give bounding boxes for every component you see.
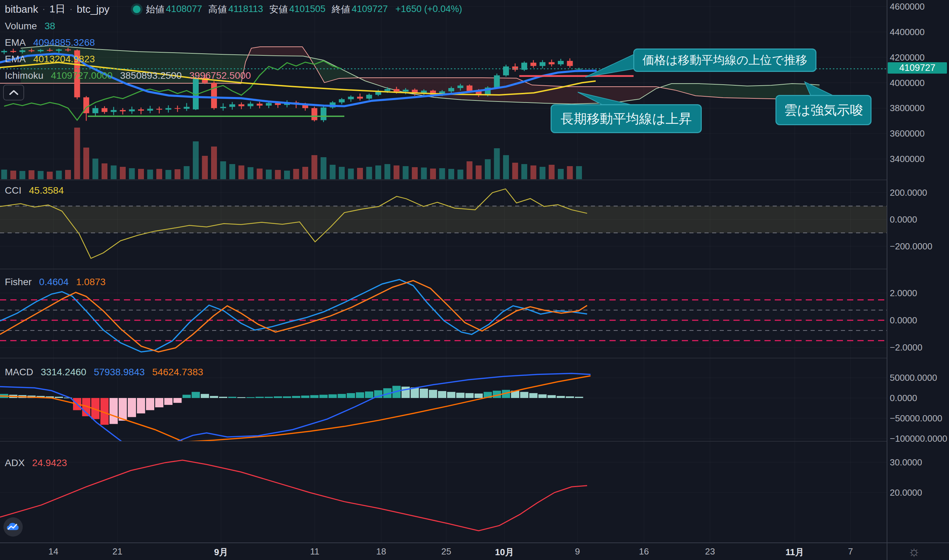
time-tick-label: 11月 xyxy=(785,546,804,558)
legend-adx[interactable]: ADX 24.9423 xyxy=(5,457,72,469)
theme-toggle-icon[interactable]: ☼ xyxy=(908,543,920,559)
time-tick-label: 23 xyxy=(705,546,715,557)
price-tick-label: 3400000 xyxy=(890,154,924,165)
time-tick-label: 9月 xyxy=(214,546,228,558)
price-tick-label: 20.0000 xyxy=(890,488,922,498)
price-tick-label: 0.0000 xyxy=(890,393,917,403)
macd-value-1: 3314.2460 xyxy=(41,367,86,377)
ema-fast-value: 4094885.3268 xyxy=(33,37,95,48)
legend-ema-slow[interactable]: EMA 4013204.9823 xyxy=(5,54,100,65)
interval-label[interactable]: 1日 xyxy=(49,2,65,16)
cci-label: CCI xyxy=(5,185,22,196)
ichimoku-value-3: 3996752.5000 xyxy=(190,70,251,81)
time-tick-label: 14 xyxy=(49,546,59,557)
macd-pane xyxy=(0,374,591,448)
open-label: 始値 xyxy=(146,3,165,15)
chart-canvas[interactable] xyxy=(0,0,949,560)
ichimoku-value-2: 3850893.2500 xyxy=(120,70,182,81)
volume-label: Volume xyxy=(5,21,37,31)
change-value: +1650 (+0.04%) xyxy=(395,4,462,14)
legend-cci[interactable]: CCI 45.3584 xyxy=(5,185,68,196)
legend-fisher[interactable]: Fisher 0.4604 1.0873 xyxy=(5,277,111,288)
annotation-longterm-ma-rising[interactable]: 長期移動平均線は上昇 xyxy=(551,104,702,133)
price-tick-label: −50000.0000 xyxy=(890,413,943,424)
legend-ichimoku[interactable]: Ichimoku 4109727.0000 3850893.2500 39967… xyxy=(5,70,256,81)
price-tick-label: 0.0000 xyxy=(890,214,917,225)
time-tick-label: 16 xyxy=(639,546,649,557)
legend-ema-fast[interactable]: EMA 4094885.3268 xyxy=(5,37,100,48)
time-tick-label: 10月 xyxy=(495,546,514,558)
time-axis[interactable]: 14219月11182510月9162311月7 xyxy=(0,544,887,560)
price-tick-label: 4600000 xyxy=(890,2,924,12)
price-tick-label: 3600000 xyxy=(890,128,924,139)
price-tick-label: −200.0000 xyxy=(890,241,932,252)
legend-volume[interactable]: Volume 38 xyxy=(5,21,60,32)
adx-pane xyxy=(0,460,587,531)
exchange-name[interactable]: bitbank xyxy=(5,3,38,15)
adx-line xyxy=(0,460,587,531)
fisher-value-1: 0.4604 xyxy=(39,277,69,287)
annotation-price-above-ma[interactable]: 価格は移動平均線の上位で推移 xyxy=(633,49,816,72)
fisher-trigger-line xyxy=(0,281,587,352)
time-tick-label: 11 xyxy=(310,546,319,557)
volume-value: 38 xyxy=(45,21,55,31)
high-value: 4118113 xyxy=(228,4,263,14)
pair-label[interactable]: btc_jpy xyxy=(77,3,110,15)
price-tick-label: 0.0000 xyxy=(890,315,917,326)
close-label: 終値 xyxy=(332,3,350,15)
annotation-text: 価格は移動平均線の上位で推移 xyxy=(642,52,807,68)
cci-pane xyxy=(0,189,887,258)
volume-bars xyxy=(2,128,582,179)
fisher-value-2: 1.0873 xyxy=(76,277,106,287)
price-tick-label: 3800000 xyxy=(890,103,924,114)
time-tick-label: 18 xyxy=(377,546,386,557)
time-tick-label: 21 xyxy=(113,546,123,557)
low-value: 4101505 xyxy=(289,4,326,14)
macd-value-2: 57938.9843 xyxy=(94,367,145,377)
collapse-legend-button[interactable] xyxy=(3,85,24,100)
market-status-icon xyxy=(133,6,140,13)
time-tick-label: 7 xyxy=(848,546,853,557)
ohlc-row: 始値4108077 高値4118113 安値4101505 終値4109727 … xyxy=(146,3,468,15)
legend-macd[interactable]: MACD 3314.2460 57938.9843 54624.7383 xyxy=(5,367,208,378)
cloud-chart-icon xyxy=(3,517,23,537)
last-price-badge: 4109727 xyxy=(888,62,947,74)
price-tick-label: −100000.0000 xyxy=(890,434,947,444)
annotation-text: 長期移動平均線は上昇 xyxy=(560,110,692,128)
fisher-label: Fisher xyxy=(5,277,32,287)
price-tick-label: 30.0000 xyxy=(890,457,922,468)
macd-value-3: 54624.7383 xyxy=(152,367,203,377)
high-label: 高値 xyxy=(208,3,227,15)
symbol-header[interactable]: bitbank · 1日 · btc_jpy 始値4108077 高値41181… xyxy=(5,2,468,16)
trading-chart-window: bitbank · 1日 · btc_jpy 始値4108077 高値41181… xyxy=(0,0,949,560)
ichimoku-label: Ichimoku xyxy=(5,70,43,81)
close-value: 4109727 xyxy=(352,4,388,14)
separator-dot: · xyxy=(42,4,45,14)
price-tick-label: 4200000 xyxy=(890,52,924,63)
fisher-pane xyxy=(0,280,887,352)
separator-dot: · xyxy=(69,4,73,14)
ema-fast-label: EMA xyxy=(5,37,26,48)
price-tick-label: 50000.0000 xyxy=(890,372,937,383)
time-tick-label: 9 xyxy=(575,546,580,557)
macd-label: MACD xyxy=(5,367,33,377)
chevron-up-icon xyxy=(9,89,19,95)
ema-slow-label: EMA xyxy=(5,54,26,64)
tradingview-logo[interactable] xyxy=(3,517,23,537)
price-axis[interactable]: 4600000440000042000004000000380000036000… xyxy=(890,0,948,543)
adx-label: ADX xyxy=(5,457,25,468)
last-price-value: 4109727 xyxy=(899,63,935,73)
annotation-cloud-bullish[interactable]: 雲は強気示唆 xyxy=(775,95,872,125)
cci-value: 45.3584 xyxy=(29,185,64,196)
price-tick-label: 200.0000 xyxy=(890,188,927,198)
adx-value: 24.9423 xyxy=(32,457,67,468)
price-tick-label: −2.0000 xyxy=(890,342,923,353)
price-tick-label: 2.0000 xyxy=(890,288,917,298)
price-tick-label: 4400000 xyxy=(890,27,924,37)
time-tick-label: 25 xyxy=(441,546,451,557)
annotation-text: 雲は強気示唆 xyxy=(784,102,863,119)
open-value: 4108077 xyxy=(166,4,202,14)
ema-slow-value: 4013204.9823 xyxy=(33,54,95,64)
price-tick-label: 4000000 xyxy=(890,78,924,88)
ichimoku-value-1: 4109727.0000 xyxy=(51,70,113,81)
